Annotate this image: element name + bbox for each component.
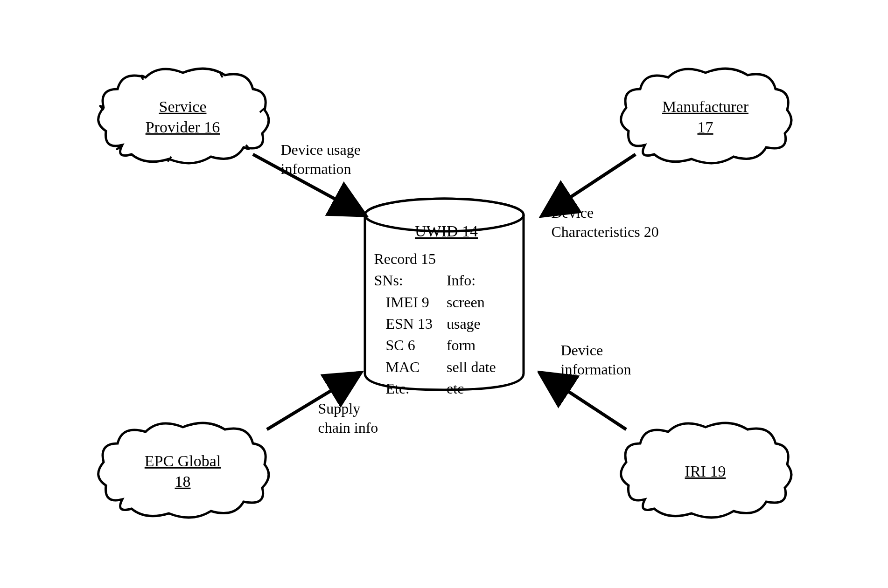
cloud-text-line1: Service (159, 97, 207, 115)
info-item: etc (447, 378, 496, 399)
cloud-text-line1: EPC Global (145, 452, 221, 469)
sns-item: IMEI 9 (374, 291, 433, 313)
sns-item: SC 6 (374, 334, 433, 356)
edge-text-line2: Characteristics 20 (552, 223, 659, 240)
info-item: sell date (447, 356, 496, 378)
cloud-label-epc-global: EPC Global 18 (145, 450, 221, 491)
edge-text-line1: Device (561, 342, 603, 359)
edge-text-line2: information (561, 361, 631, 378)
diagram-container: Service Provider 16 Manufacturer 17 EPC … (94, 61, 794, 527)
record-label: Record 15 (374, 248, 519, 270)
uwid-database-cylinder: UWID 14 Record 15 SNs: IMEI 9 ESN 13 SC … (360, 196, 528, 392)
sns-item: ESN 13 (374, 313, 433, 334)
cloud-manufacturer: Manufacturer 17 (617, 61, 794, 173)
edge-text-line1: Supply (318, 400, 361, 417)
cloud-text-line1: Manufacturer (662, 97, 748, 115)
edge-text-line1: Device (552, 204, 594, 221)
cylinder-title: UWID 14 (374, 220, 519, 242)
edge-label-br: Device information (561, 341, 631, 380)
edge-text-line2: chain info (318, 419, 378, 436)
edge-text-line1: Device usage (281, 141, 361, 158)
edge-text-line2: information (281, 160, 351, 177)
sns-item: Etc. (374, 378, 433, 399)
cloud-text-line2: 17 (697, 118, 713, 136)
info-header: Info: (447, 270, 496, 291)
sns-column: SNs: IMEI 9 ESN 13 SC 6 MAC Etc. (374, 270, 433, 399)
cloud-text-line2: 18 (175, 473, 191, 490)
info-item: usage (447, 313, 496, 334)
cloud-epc-global: EPC Global 18 (94, 415, 272, 527)
info-column: Info: screen usage form sell date etc (447, 270, 496, 399)
cloud-text-line1: IRI 19 (685, 462, 726, 479)
cylinder-content: UWID 14 Record 15 SNs: IMEI 9 ESN 13 SC … (374, 220, 519, 400)
cloud-label-iri: IRI 19 (685, 461, 726, 481)
edge-label-tl: Device usage information (281, 140, 361, 179)
svg-line-5 (545, 376, 626, 429)
cloud-text-line2: Provider 16 (146, 118, 220, 136)
sns-header: SNs: (374, 270, 433, 291)
cloud-iri: IRI 19 (617, 415, 794, 527)
sns-item: MAC (374, 356, 433, 378)
info-item: screen (447, 291, 496, 313)
info-item: form (447, 334, 496, 356)
edge-label-bl: Supply chain info (318, 399, 378, 438)
cloud-label-service-provider: Service Provider 16 (146, 96, 220, 137)
cloud-label-manufacturer: Manufacturer 17 (662, 96, 748, 137)
edge-label-tr: Device Characteristics 20 (552, 203, 659, 242)
cloud-service-provider: Service Provider 16 (94, 61, 272, 173)
